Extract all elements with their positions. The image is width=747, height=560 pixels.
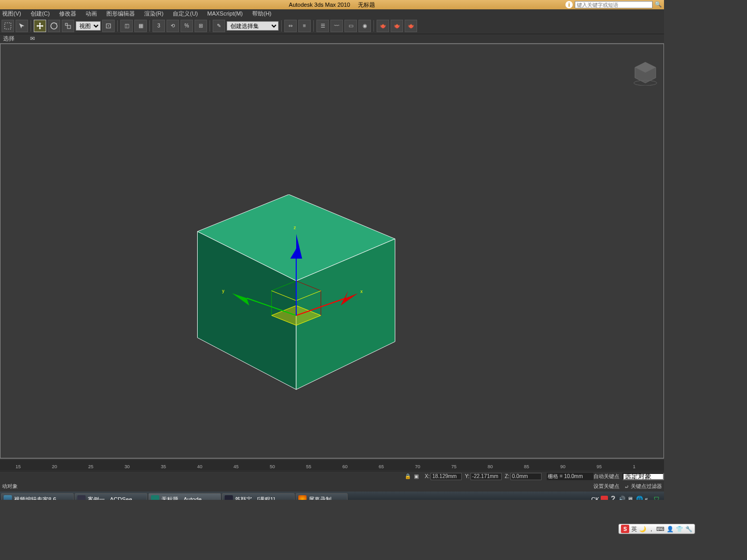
prompt-area: 动对象	[2, 483, 18, 490]
lock-icon[interactable]: 🔒	[405, 473, 411, 479]
z-label: Z:	[505, 473, 509, 479]
menu-maxscript[interactable]: MAXScript(M)	[208, 10, 243, 17]
gizmo-x-label: x	[361, 289, 363, 294]
curve-editor-icon[interactable]: 〰	[330, 20, 343, 32]
timeline-tick: 40	[197, 464, 202, 469]
menu-render[interactable]: 渲染(R)	[144, 10, 163, 18]
tray-sogou-icon[interactable]	[601, 496, 608, 500]
timeline-tick: 15	[16, 464, 21, 469]
mirror-icon[interactable]: ⇔	[284, 20, 297, 32]
menu-custom[interactable]: 自定义(U)	[173, 10, 198, 18]
isolate-icon[interactable]: ▣	[414, 473, 419, 479]
spinner-snap-icon[interactable]: ⊞	[195, 20, 207, 32]
angle-snap-icon[interactable]: ⟲	[167, 20, 179, 32]
taskbar-item-screenrec[interactable]: 屏幕录制	[296, 493, 348, 500]
viewport[interactable]: x y z	[0, 44, 664, 458]
tray-help-icon[interactable]: ❔	[610, 496, 617, 500]
acdsee-icon	[77, 495, 86, 500]
taskbar-item-dayibao[interactable]: 答疑宝 - [课程1]	[222, 493, 295, 500]
svg-rect-2	[65, 23, 67, 25]
info-icon[interactable]: i	[565, 1, 573, 8]
percent-snap-icon[interactable]: %	[181, 20, 193, 32]
autokey-button[interactable]: 自动关键点	[593, 473, 619, 480]
svg-rect-3	[67, 25, 71, 29]
cube-object[interactable]: x y z	[192, 194, 400, 402]
menu-anim[interactable]: 动画	[86, 10, 97, 18]
menu-modifier[interactable]: 修改器	[59, 10, 76, 18]
grid-readout: 栅格 = 10.0mm	[547, 473, 593, 480]
align-icon[interactable]: ≡	[298, 20, 311, 32]
select-object-icon[interactable]	[16, 20, 28, 32]
timeline-tick: 50	[270, 464, 275, 469]
timeline-tick: 80	[488, 464, 493, 469]
z-coord-input[interactable]	[510, 473, 542, 480]
document-name: 无标题	[358, 2, 375, 8]
menu-bar: 视图(V) 创建(C) 修改器 动画 图形编辑器 渲染(R) 自定义(U) MA…	[0, 9, 664, 18]
select-move-icon[interactable]	[34, 20, 46, 32]
menu-graph[interactable]: 图形编辑器	[106, 10, 135, 18]
edit-named-sel-icon[interactable]: ✎	[213, 20, 225, 32]
envelope-icon[interactable]: ✉	[30, 35, 35, 42]
timeline-tick: 1	[633, 464, 635, 469]
timeline-tick: 20	[52, 464, 57, 469]
taskbar-item-3dsmax[interactable]: 无标题 - Autode...	[148, 493, 221, 500]
y-label: Y:	[465, 473, 469, 479]
x-coord-input[interactable]	[431, 473, 462, 480]
menu-create[interactable]: 创建(C)	[31, 10, 50, 18]
menu-help[interactable]: 帮助(H)	[252, 10, 271, 18]
named-selection-dropdown[interactable]: 创建选择集	[227, 21, 279, 31]
timeline[interactable]: 15202530354045505560657075808590951	[0, 458, 664, 471]
select-region-icon[interactable]	[2, 20, 14, 32]
tray-display-icon[interactable]: 🖥	[627, 496, 634, 500]
clapper-icon	[4, 495, 12, 500]
keyfilter-icon[interactable]: ⤾	[625, 484, 629, 489]
select-scale-icon[interactable]	[62, 20, 74, 32]
tray-sound-icon[interactable]: 🔊	[618, 496, 626, 500]
svg-point-5	[108, 25, 109, 26]
timeline-tick: 65	[379, 464, 384, 469]
timeline-tick: 90	[560, 464, 565, 469]
selected-object-field[interactable]	[622, 473, 664, 480]
timeline-tick: 25	[88, 464, 93, 469]
keyfilter-button[interactable]: 关键点过滤器	[631, 483, 662, 490]
tray-network-icon[interactable]: 🌐	[636, 496, 643, 500]
setkey-button[interactable]: 设置关键点	[593, 483, 619, 490]
svg-rect-0	[5, 23, 11, 29]
menu-view[interactable]: 视图(V)	[2, 10, 21, 18]
tray-ck[interactable]: CK	[591, 496, 599, 500]
material-editor-icon[interactable]: ◉	[358, 20, 371, 32]
schematic-icon[interactable]: ▭	[344, 20, 357, 32]
timeline-tick: 85	[524, 464, 529, 469]
timeline-tick: 55	[306, 464, 311, 469]
sub-toolbar: 选择 ✉	[0, 34, 664, 44]
taskbar-item-video-editor[interactable]: 视频编辑专家8.6 ...	[1, 493, 74, 500]
viewcube[interactable]	[632, 60, 658, 86]
layers-icon[interactable]: ☰	[316, 20, 329, 32]
selection-lock-icon[interactable]: ▦	[134, 20, 147, 32]
windows-taskbar: 视频编辑专家8.6 ... 案例一 - ACDSee... 无标题 - Auto…	[0, 492, 664, 500]
render-prod-icon[interactable]: 🫖	[405, 20, 417, 32]
taskbar-item-acdsee[interactable]: 案例一 - ACDSee...	[75, 493, 147, 500]
tray-expand-icon[interactable]: «	[645, 496, 652, 500]
gizmo-z-label: z	[294, 225, 296, 230]
timeline-ruler[interactable]: 15202530354045505560657075808590951	[0, 460, 664, 470]
timeline-tick: 30	[125, 464, 130, 469]
snap-toggle-icon[interactable]: 3	[153, 20, 165, 32]
reference-coord-dropdown[interactable]: 视图	[76, 21, 101, 31]
status-bar: 🔒 ▣ X: Y: Z: 栅格 = 10.0mm 自动关键点	[0, 471, 664, 481]
render-setup-icon[interactable]: 🫖	[377, 20, 389, 32]
tray-shield-icon[interactable]: 🛡	[654, 496, 661, 500]
timeline-tick: 70	[415, 464, 420, 469]
y-coord-input[interactable]	[471, 473, 502, 480]
3dsmax-icon	[151, 495, 159, 500]
search-input[interactable]	[575, 1, 653, 8]
gizmo-y-label: y	[222, 288, 225, 293]
search-icon[interactable]: 🔍	[655, 1, 662, 8]
timeline-tick: 75	[451, 464, 457, 469]
select-rotate-icon[interactable]	[48, 20, 60, 32]
use-pivot-icon[interactable]	[102, 20, 115, 32]
title-bar: Autodesk 3ds Max 2010 无标题 i 🔍	[0, 0, 664, 9]
select-name-icon[interactable]: ◫	[120, 20, 133, 32]
timeline-tick: 45	[233, 464, 239, 469]
render-frame-icon[interactable]: 🫖	[391, 20, 403, 32]
